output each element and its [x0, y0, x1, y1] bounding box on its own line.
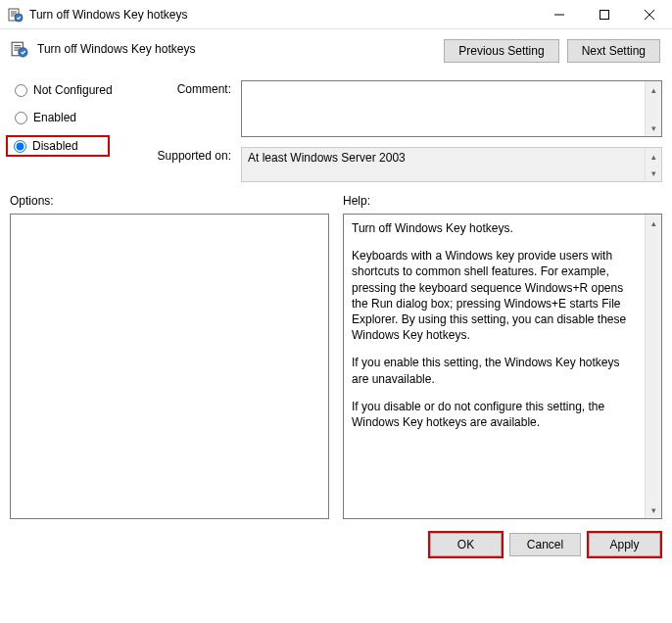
- radio-enabled-label: Enabled: [33, 111, 76, 124]
- radio-disabled-input[interactable]: [14, 140, 26, 153]
- help-label: Help:: [343, 194, 662, 208]
- radio-not-configured-input[interactable]: [15, 84, 27, 97]
- next-setting-button[interactable]: Next Setting: [567, 39, 660, 63]
- help-panel: Turn off Windows Key hotkeys. Keyboards …: [343, 214, 662, 519]
- svg-point-13: [19, 48, 27, 57]
- close-button[interactable]: [627, 0, 672, 28]
- radio-not-configured-label: Not Configured: [33, 83, 113, 97]
- radio-enabled[interactable]: Enabled: [10, 108, 135, 127]
- titlebar: Turn off Windows Key hotkeys: [0, 0, 672, 29]
- window-title: Turn off Windows Key hotkeys: [29, 8, 537, 22]
- minimize-button[interactable]: [537, 0, 582, 28]
- scroll-down-icon[interactable]: ▾: [646, 165, 661, 181]
- policy-header-icon: [10, 39, 29, 59]
- svg-point-4: [15, 14, 23, 22]
- scroll-up-icon[interactable]: ▴: [646, 148, 661, 165]
- options-label: Options:: [10, 194, 329, 208]
- help-scrollbar[interactable]: ▴ ▾: [645, 215, 661, 518]
- ok-button[interactable]: OK: [430, 533, 502, 556]
- radio-disabled[interactable]: Disabled: [14, 139, 78, 153]
- help-content: Turn off Windows Key hotkeys. Keyboards …: [344, 215, 645, 518]
- radio-not-configured[interactable]: Not Configured: [10, 80, 135, 100]
- options-content: [11, 215, 328, 518]
- comment-value[interactable]: [242, 81, 645, 136]
- help-p3: If you enable this setting, the Windows …: [352, 355, 637, 386]
- help-p4: If you disable or do not configure this …: [352, 399, 637, 430]
- previous-setting-button[interactable]: Previous Setting: [444, 39, 558, 63]
- scroll-up-icon[interactable]: ▴: [646, 81, 661, 98]
- supported-scrollbar[interactable]: ▴ ▾: [645, 148, 661, 181]
- radio-enabled-input[interactable]: [15, 112, 27, 124]
- apply-button[interactable]: Apply: [589, 533, 660, 556]
- cancel-button[interactable]: Cancel: [509, 533, 581, 556]
- supported-value: At least Windows Server 2003: [242, 148, 645, 181]
- supported-label: Supported on:: [145, 147, 231, 163]
- options-panel: [10, 214, 329, 519]
- svg-rect-6: [600, 10, 609, 19]
- maximize-button[interactable]: [582, 0, 627, 28]
- policy-title: Turn off Windows Key hotkeys: [37, 42, 195, 56]
- help-p1: Turn off Windows Key hotkeys.: [352, 220, 637, 236]
- comment-scrollbar[interactable]: ▴ ▾: [645, 81, 661, 136]
- comment-field[interactable]: ▴ ▾: [241, 80, 662, 137]
- supported-field: At least Windows Server 2003 ▴ ▾: [241, 147, 662, 182]
- comment-label: Comment:: [145, 80, 231, 96]
- scroll-down-icon[interactable]: ▾: [646, 120, 661, 136]
- help-p2: Keyboards with a Windows key provide use…: [352, 248, 637, 343]
- scroll-down-icon[interactable]: ▾: [646, 502, 661, 518]
- scroll-up-icon[interactable]: ▴: [646, 215, 661, 231]
- policy-icon: [8, 7, 24, 23]
- radio-disabled-label: Disabled: [32, 139, 78, 153]
